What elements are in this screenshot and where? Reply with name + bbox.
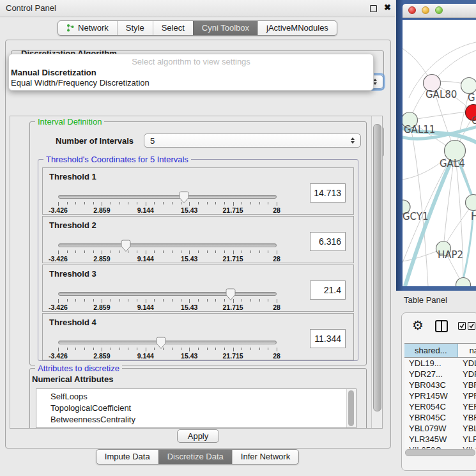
slider-tick xyxy=(189,348,190,351)
slider-2[interactable]: -3.4262.8599.14415.4321.71528 xyxy=(58,240,277,261)
slider-tick xyxy=(181,299,181,302)
interval-definition-group: Interval Definition Number of Intervals … xyxy=(29,121,367,365)
attribute-item-betweennesscentrality[interactable]: BetweennessCentrality xyxy=(36,414,356,426)
combo-stepper-icon[interactable] xyxy=(346,137,355,144)
tab-discretize-data[interactable]: Discretize Data xyxy=(158,450,232,464)
scrollbar-thumb[interactable] xyxy=(405,449,475,456)
slider-tick xyxy=(93,202,94,204)
slider-tick xyxy=(154,299,155,302)
slider-rail[interactable] xyxy=(58,341,277,344)
table-row[interactable]: YDR27...YDR2 xyxy=(404,369,476,380)
tab-label: Impute Data xyxy=(105,452,150,461)
scrollbar-thumb[interactable] xyxy=(373,124,381,411)
slider-tick xyxy=(111,299,111,302)
threshold-panel-3: Threshold 3-3.4262.8599.14415.4321.71528… xyxy=(42,265,354,312)
close-icon[interactable]: ✖ xyxy=(384,3,391,12)
list-scrollbar[interactable] xyxy=(346,389,356,427)
table-row[interactable]: YPR145WYPR1 xyxy=(404,390,476,401)
slider-tick xyxy=(250,250,251,253)
attribute-item-topologicalcoefficient[interactable]: TopologicalCoefficient xyxy=(36,403,356,414)
slider-tick xyxy=(102,299,102,303)
slider-tick xyxy=(102,202,102,206)
slider-tick xyxy=(277,299,277,303)
numerical-attributes-list[interactable]: SelfLoopsTopologicalCoefficientBetweenne… xyxy=(36,388,357,428)
control-panel-titlebar: Control Panel ✖ xyxy=(0,0,395,17)
slider-thumb[interactable] xyxy=(155,337,166,352)
table-row[interactable]: YBR043CYBR0 xyxy=(404,380,476,390)
split-columns-icon[interactable] xyxy=(435,320,448,332)
slider-1[interactable]: -3.4262.8599.14415.4321.71528 xyxy=(58,191,277,213)
slider-tick xyxy=(75,299,76,302)
threshold-label: Threshold 2 xyxy=(49,220,96,230)
slider-tick-label: 28 xyxy=(273,255,280,263)
cell-name: YPR1 xyxy=(459,391,476,401)
attribute-item-selfloops[interactable]: SelfLoops xyxy=(36,391,356,403)
slider-tick xyxy=(207,250,208,253)
slider-tick-label: 28 xyxy=(273,206,280,214)
table-row[interactable]: YBR045CYBR0 xyxy=(404,412,476,423)
table-row[interactable]: YLR345WYLR3 xyxy=(404,434,476,445)
slider-tick xyxy=(215,348,216,350)
gear-icon[interactable]: ⚙ xyxy=(412,318,424,333)
tab-select[interactable]: Select xyxy=(153,21,193,35)
slider-tick xyxy=(58,299,59,303)
tab-cyni-toolbox[interactable]: Cyni Toolbox xyxy=(193,21,257,35)
slider-tick xyxy=(259,202,260,204)
slider-thumb[interactable] xyxy=(121,240,132,255)
algorithm-option-equal-width-frequency-discretization[interactable]: Equal Width/Frequency Discretization xyxy=(9,78,373,88)
number-of-intervals-combobox[interactable]: 5 xyxy=(144,134,361,148)
checkbox-icon[interactable] xyxy=(468,322,475,330)
tab-network[interactable]: Network xyxy=(58,21,117,35)
slider-tick xyxy=(154,250,155,253)
slider-tick-label: 15.43 xyxy=(181,255,197,263)
close-traffic-light-icon[interactable] xyxy=(408,6,416,14)
slider-tick xyxy=(233,299,234,303)
zoom-traffic-light-icon[interactable] xyxy=(435,6,443,14)
tab-style[interactable]: Style xyxy=(117,21,153,35)
slider-tick xyxy=(119,250,120,253)
algorithm-option-manual-discretization[interactable]: Manual Discretization xyxy=(9,68,373,78)
horizontal-scrollbar[interactable] xyxy=(404,449,476,456)
number-of-intervals-value: 5 xyxy=(150,136,155,146)
table-row[interactable]: YDL19...YDL1 xyxy=(404,358,476,369)
node-partial-top[interactable] xyxy=(461,78,476,94)
apply-button[interactable]: Apply xyxy=(177,429,219,443)
slider-tick xyxy=(146,348,146,351)
node-bottom[interactable] xyxy=(456,278,471,287)
slider-tick xyxy=(67,348,68,350)
threshold-value-field[interactable]: 11.344 xyxy=(310,329,346,348)
slider-tick-label: 21.715 xyxy=(223,206,243,214)
minimize-traffic-light-icon[interactable] xyxy=(422,6,429,14)
tab-impute-data[interactable]: Impute Data xyxy=(96,450,158,464)
threshold-value-field[interactable]: 21.4 xyxy=(310,280,346,300)
slider-3[interactable]: -3.4262.8599.14415.4321.71528 xyxy=(58,288,277,310)
slider-thumb[interactable] xyxy=(226,288,236,303)
column-header-shared-name[interactable]: shared... xyxy=(404,344,458,357)
slider-tick xyxy=(75,250,76,253)
table-row[interactable]: YER054CYER0 xyxy=(404,401,476,412)
threshold-value-field[interactable]: 6.316 xyxy=(310,232,346,251)
cell-shared-name: YBL079W xyxy=(404,424,459,433)
node-right[interactable] xyxy=(466,195,476,211)
slider-rail[interactable] xyxy=(58,292,277,296)
network-canvas[interactable]: GAL80 G GAL11 C GAL4 GCY1 H HAP2 xyxy=(403,20,476,286)
threshold-value-field[interactable]: 14.713 xyxy=(310,183,346,203)
tab-jactivemnodules[interactable]: jActiveMNodules xyxy=(257,21,337,35)
slider-4[interactable]: -3.4262.8599.14415.4321.71528 xyxy=(58,337,277,358)
vertical-scrollbar[interactable] xyxy=(371,116,382,428)
checkbox-icon[interactable] xyxy=(458,322,466,330)
tab-label: Infer Network xyxy=(241,452,290,461)
table-row[interactable]: YBL079WYBL0 xyxy=(404,423,476,434)
slider-rail[interactable] xyxy=(58,243,277,247)
table-panel-title: Table Panel xyxy=(404,295,447,305)
slider-tick xyxy=(189,202,190,206)
slider-tick xyxy=(146,202,146,206)
slider-tick-label: 28 xyxy=(273,352,280,360)
network-window-titlebar[interactable] xyxy=(403,4,476,18)
tab-infer-network[interactable]: Infer Network xyxy=(232,450,298,464)
column-header-name[interactable]: na xyxy=(458,344,476,357)
float-window-icon[interactable] xyxy=(370,5,377,12)
slider-tick xyxy=(84,202,85,204)
slider-rail[interactable] xyxy=(58,195,277,199)
algorithm-hint-item[interactable]: Select algorithm to view settings xyxy=(9,54,373,68)
